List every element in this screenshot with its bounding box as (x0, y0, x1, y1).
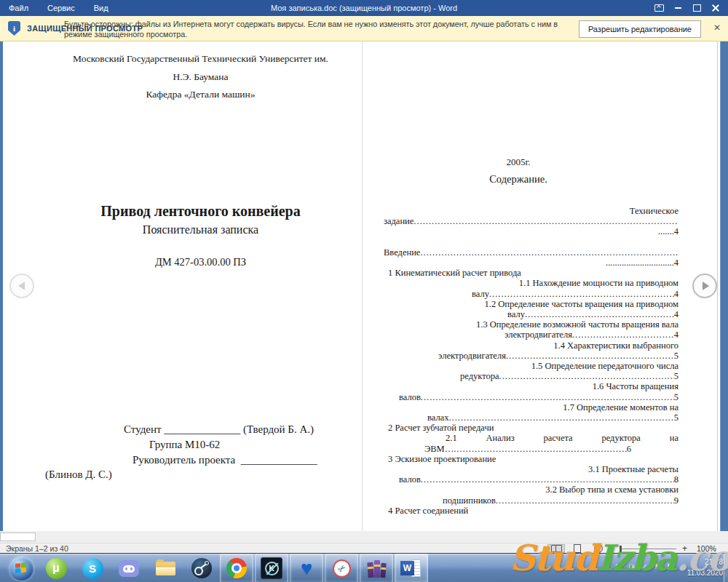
status-controls: - + 100% (547, 543, 716, 554)
toc-line: 2.1Анализрасчетаредукторана (446, 433, 678, 443)
toc-line: редуктора...............................… (460, 371, 678, 381)
print-layout-button[interactable] (569, 544, 586, 554)
window-controls (649, 0, 725, 16)
ribbon-options-icon[interactable] (649, 0, 668, 16)
winrar-icon (367, 559, 387, 578)
shield-icon: i (8, 21, 20, 36)
next-page-button[interactable] (692, 274, 717, 298)
toc-line: 3 Эскизное проектирование (388, 454, 678, 464)
taskbar-icons: µSK♥✂W (4, 554, 430, 582)
scissors-app-icon: ✂ (333, 559, 351, 578)
system-tray[interactable]: ▤◉✓⚑▮ (615, 563, 671, 570)
group-line: Группа М10-62 (149, 439, 220, 451)
tray-icon[interactable]: ⚑ (654, 563, 661, 570)
word-icon: W (400, 559, 422, 578)
taskbar-icon-winrar[interactable] (360, 554, 393, 582)
contents-heading: Содержание. (363, 173, 674, 186)
minimize-icon[interactable] (668, 0, 687, 16)
page-contents: 2005г. Содержание. Техническоезадание...… (363, 41, 718, 531)
taskbar-icon-discord[interactable] (111, 554, 147, 582)
taskbar-clock[interactable]: 21:28 11.03.2020 (687, 557, 723, 578)
menu-view[interactable]: Вид (94, 4, 108, 12)
taskbar-icon-kapp[interactable]: K (255, 554, 288, 582)
protected-view-bar: i ЗАЩИЩЕННЫЙ ПРОСМОТР Будьте осторожны: … (0, 16, 728, 41)
toc-line: 1.2 Определение частоты вращения на прив… (384, 299, 678, 309)
clock-time: 21:28 (687, 557, 723, 568)
document-code: ДМ 427-03.00.00 ПЗ (39, 256, 362, 268)
student-line: Студент ______________ (Твердой Б. А.) (124, 423, 314, 436)
taskbar-icon-start[interactable] (4, 554, 38, 582)
toc-line: валу....................................… (507, 309, 678, 319)
tray-icon[interactable]: ▮ (667, 563, 671, 570)
zoom-slider[interactable] (620, 549, 676, 549)
maximize-icon[interactable] (687, 0, 706, 16)
toc-line: 1.5 Определение передаточного числа (384, 361, 678, 371)
taskbar: µSK♥✂W ▤◉✓⚑▮ 21:28 11.03.2020 (0, 553, 728, 582)
skype-icon: S (82, 558, 103, 579)
arrow-left-icon (18, 282, 25, 290)
enable-editing-button[interactable]: Разрешить редактирование (579, 20, 701, 38)
tray-icon[interactable]: ◉ (628, 563, 635, 570)
steam-icon (191, 558, 212, 578)
document-title: Привод ленточного конвейера (39, 203, 362, 220)
document-subtitle: Пояснительная записка (39, 223, 362, 236)
toc-line: .......4 (384, 226, 678, 236)
taskbar-icon-explorer[interactable] (147, 554, 183, 582)
toc-line: 1.3 Определение возможной частоты вращен… (384, 319, 678, 330)
arrow-right-icon (703, 282, 709, 290)
zoom-slider-thumb[interactable] (620, 546, 622, 552)
menu-service[interactable]: Сервис (47, 4, 75, 12)
taskbar-icon-scissors[interactable]: ✂ (325, 554, 358, 582)
taskbar-icon-utorrent[interactable]: µ (38, 554, 74, 582)
dismiss-warning-icon[interactable]: ✕ (713, 23, 721, 32)
read-mode-button[interactable] (547, 544, 565, 554)
institute-line-3: Кафедра «Детали машин» (39, 89, 362, 100)
zoom-level[interactable]: 100% (697, 544, 716, 553)
tray-icon[interactable]: ✓ (641, 563, 647, 570)
page-edge (717, 41, 718, 531)
utorrent-icon: µ (46, 558, 67, 579)
show-desktop-button[interactable] (724, 554, 728, 582)
toc-line: Введение................................… (384, 247, 678, 258)
tray-icon[interactable]: ▤ (615, 563, 622, 570)
taskbar-icon-heart[interactable]: ♥ (290, 554, 323, 582)
toc-line: 1.4 Характеристики выбранного (384, 340, 678, 351)
toc-line: Техническое (384, 206, 678, 216)
zoom-in-button[interactable]: + (682, 544, 687, 553)
window-edge-left (0, 41, 3, 531)
menu-file[interactable]: Файл (9, 4, 28, 12)
scrollbar-thumb[interactable] (0, 533, 36, 541)
toc-line: 3.2 Выбор типа и схема установки (384, 485, 678, 495)
title-bar: Файл Сервис Вид Моя записька.doc (защище… (0, 0, 728, 16)
protected-view-message: Будьте осторожны: файлы из Интернета мог… (64, 19, 585, 40)
toc-line: 1.1 Нахождение мощности на приводном (384, 278, 678, 288)
screens-indicator: Экраны 1–2 из 40 (6, 544, 68, 553)
chrome-icon (226, 558, 247, 578)
k-player-icon: K (261, 557, 282, 579)
zoom-out-button[interactable]: - (611, 544, 614, 553)
window-edge-right (720, 41, 728, 531)
taskbar-icon-word[interactable]: W (395, 554, 428, 582)
toc-line: 3.1 Проектные расчеты (384, 464, 678, 474)
toc-line: подшипников.............................… (443, 495, 678, 506)
document-area: Московский Государственный Технический У… (0, 41, 728, 531)
toc-line: 4 Расчет соединений (388, 506, 678, 516)
toc-line: 1 Кинематический расчет привода (388, 268, 678, 278)
toc-line: ..............................4 (384, 258, 678, 268)
taskbar-icon-skype[interactable]: S (74, 554, 111, 582)
toc-line: валах...................................… (427, 412, 678, 423)
taskbar-icon-steam[interactable] (183, 554, 220, 582)
window-title: Моя записька.doc (защищенный просмотр) -… (0, 0, 728, 16)
word-window: Файл Сервис Вид Моя записька.doc (защище… (0, 0, 728, 582)
taskbar-icon-chrome[interactable] (220, 554, 253, 582)
page-title-sheet: Московский Государственный Технический У… (3, 41, 362, 531)
web-layout-button[interactable] (590, 544, 607, 554)
globe-icon (594, 544, 603, 553)
close-icon[interactable] (706, 0, 725, 16)
book-icon (551, 545, 562, 552)
previous-page-button[interactable] (9, 274, 34, 298)
toc-line: валов...................................… (399, 474, 678, 485)
toc-list: Техническоезадание......................… (384, 206, 678, 516)
horizontal-scrollbar[interactable] (0, 531, 728, 543)
toc-line (384, 237, 678, 247)
